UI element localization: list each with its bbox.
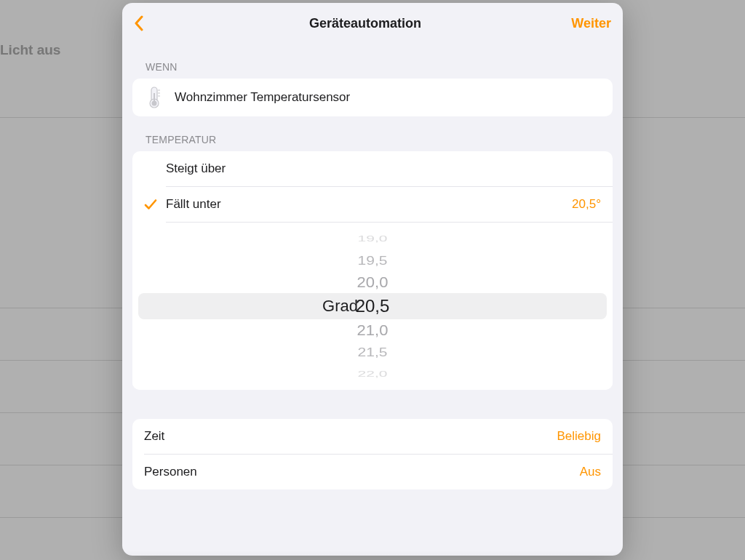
picker-item[interactable]: 21,5 [358,343,388,361]
people-value: Aus [580,465,601,479]
people-label: Personen [144,465,580,479]
picker-item-selected[interactable]: 20,5 [356,293,390,319]
picker-unit-label: Grad [132,297,358,316]
nav-bar: Geräteautomation Weiter [122,3,623,44]
picker-item[interactable]: 19,0 [358,233,388,244]
falls-below-label: Fällt unter [166,197,572,212]
extra-settings-card: Zeit Beliebig Personen Aus [132,419,613,489]
row-check [144,198,166,211]
temperature-card: Steigt über Fällt unter 20,5° Grad 19,0 … [132,151,613,390]
falls-below-value: 20,5° [572,197,601,212]
automation-modal: Geräteautomation Weiter Wenn Wohn [122,3,623,556]
time-value: Beliebig [557,429,602,444]
row-rises-above[interactable]: Steigt über [132,151,613,186]
chevron-left-icon [134,15,144,31]
section-header-temperature: Temperatur [132,116,613,151]
sensor-name: Wohnzimmer Temperatursensor [175,90,350,105]
checkmark-icon [144,198,157,211]
sensor-row[interactable]: Wohnzimmer Temperatursensor [132,79,613,116]
picker-item[interactable]: 22,0 [358,369,388,380]
time-label: Zeit [144,429,557,444]
picker-item[interactable]: 21,0 [357,320,389,341]
thermometer-icon [143,86,166,109]
next-button[interactable]: Weiter [567,16,611,31]
picker-item[interactable]: 20,0 [357,272,389,293]
row-time[interactable]: Zeit Beliebig [132,419,613,454]
svg-rect-3 [154,93,155,103]
row-people[interactable]: Personen Aus [132,455,613,489]
nav-title: Geräteautomation [309,16,421,31]
row-falls-below[interactable]: Fällt unter 20,5° [132,187,613,222]
section-header-wenn: Wenn [132,44,613,79]
back-button[interactable] [134,15,163,31]
sensor-card: Wohnzimmer Temperatursensor [132,79,613,116]
background-sidebar-label: Licht aus [0,42,60,58]
rises-above-label: Steigt über [166,161,601,176]
temperature-picker[interactable]: Grad 19,0 19,5 20,0 20,5 21,0 21,5 22,0 [132,223,613,390]
picker-item[interactable]: 19,5 [358,252,388,270]
